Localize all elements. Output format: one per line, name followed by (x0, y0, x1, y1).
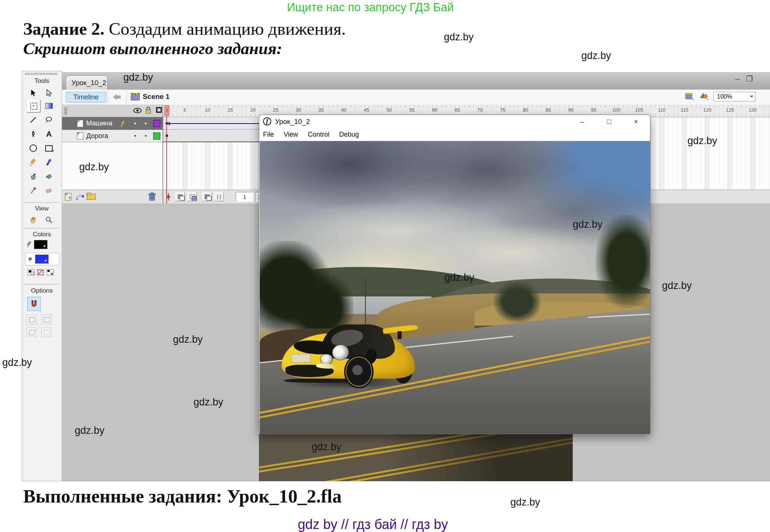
menu-item-file[interactable]: File (263, 131, 274, 139)
line-tool[interactable] (27, 114, 40, 126)
insert-layer-button[interactable]: + (65, 193, 71, 200)
popup-minimize-button[interactable]: – (575, 117, 590, 127)
eyedropper-tool[interactable] (27, 185, 40, 197)
document-tab[interactable]: Урок_10_2 (66, 75, 108, 90)
onion-skin-outlines-button[interactable] (187, 192, 197, 201)
insert-folder-icon[interactable] (87, 194, 96, 200)
movie-stage-photo (260, 141, 650, 434)
rectangle-tool[interactable] (43, 142, 55, 154)
editing-pencil-icon (120, 120, 126, 127)
layer-row-doroga[interactable]: Дорога • • (62, 130, 163, 142)
modify-onion-markers-button[interactable]: [·] (214, 192, 224, 201)
playhead-frame-cell[interactable]: 1 (164, 105, 169, 116)
flash-player-icon: f (263, 117, 271, 125)
ruler-number: 40 (341, 107, 346, 113)
ruler-number: 115 (681, 107, 689, 113)
scene-label: Scene 1 (143, 93, 170, 101)
layer-lock-dot[interactable]: • (145, 120, 147, 127)
brush-tool[interactable] (43, 156, 55, 168)
free-transform-tool[interactable] (27, 100, 40, 112)
promo-banner: Ищите нас по запросу ГДЗ Бай (287, 1, 454, 14)
selection-tool[interactable] (27, 87, 40, 99)
envelope-option-button[interactable] (41, 327, 52, 337)
default-colors-button[interactable] (28, 269, 35, 276)
minimize-button[interactable]: – (735, 75, 746, 83)
document-tab-label: Урок_10_2 (71, 79, 106, 87)
swap-colors-button[interactable] (47, 269, 54, 276)
text-tool[interactable]: A (43, 128, 55, 140)
color-mini-buttons (27, 269, 54, 277)
menu-item-control[interactable]: Control (308, 131, 330, 139)
popup-titlebar[interactable]: f Урок_10_2 – □ × (259, 115, 650, 128)
yellow-sports-car (282, 324, 415, 386)
magnifier-icon (45, 216, 53, 224)
back-arrow-icon[interactable] (110, 94, 121, 100)
zoom-level-dropdown[interactable]: 100% (714, 92, 755, 102)
scale-option-button[interactable] (41, 315, 52, 324)
ink-bottle-tool[interactable] (27, 171, 40, 183)
fill-transform-tool[interactable] (43, 100, 55, 112)
layers-empty-area[interactable] (62, 142, 163, 190)
restore-button[interactable]: ❐ (746, 75, 760, 83)
current-frame-box[interactable]: 1 (236, 192, 254, 202)
watermark: gdz.by (687, 135, 717, 147)
chevron-down-icon (750, 96, 754, 99)
add-motion-guide-icon[interactable] (75, 194, 84, 200)
zoom-level-value: 100% (717, 93, 732, 100)
ruler-number: 105 (635, 107, 643, 113)
watermark: gdz.by (445, 272, 474, 283)
text-tool-icon: A (46, 130, 52, 139)
timeline-toggle-button[interactable]: Timeline (66, 92, 106, 103)
hand-icon (30, 216, 37, 224)
layers-header (62, 105, 163, 117)
flash-window-titlebar[interactable]: Урок_10_2 –❐ (62, 72, 770, 90)
edit-multiple-frames-button[interactable] (202, 192, 212, 201)
onion-skin-button[interactable] (175, 192, 185, 201)
lasso-icon (45, 116, 53, 123)
layer-name: Дорога (86, 132, 108, 140)
menu-item-debug[interactable]: Debug (339, 131, 359, 139)
oval-tool[interactable] (27, 142, 40, 154)
edit-symbols-icon[interactable] (699, 93, 708, 100)
popup-maximize-button[interactable]: □ (602, 117, 616, 127)
paint-bucket-tool[interactable] (43, 171, 55, 183)
fill-color-row[interactable] (25, 253, 59, 265)
eraser-tool[interactable] (43, 185, 55, 197)
eyedropper-icon (30, 187, 37, 195)
fill-color-swatch[interactable] (35, 255, 49, 264)
delete-layer-trash-icon[interactable] (148, 192, 156, 202)
watermark: gdz.by (79, 161, 109, 173)
snap-to-objects-button[interactable] (27, 297, 41, 311)
pen-tool[interactable] (27, 128, 40, 140)
panel-gripper[interactable] (25, 73, 58, 75)
layer-outline-color-swatch[interactable] (153, 120, 160, 127)
menu-item-view[interactable]: View (284, 131, 298, 139)
ruler-number: 85 (545, 107, 551, 113)
stroke-color-row[interactable] (27, 240, 47, 249)
layer-lock-dot[interactable]: • (145, 132, 147, 140)
timeline-gripper[interactable] (64, 108, 67, 114)
outline-square-icon[interactable] (156, 107, 162, 113)
no-color-button[interactable] (37, 269, 44, 276)
layer-outline-color-swatch[interactable] (153, 133, 160, 140)
pencil-tool[interactable] (27, 156, 40, 168)
popup-close-button[interactable]: × (628, 117, 643, 127)
lasso-tool[interactable] (43, 114, 55, 126)
lock-icon[interactable] (145, 106, 152, 115)
view-section-label: View (22, 205, 62, 212)
subselection-tool[interactable] (43, 87, 55, 99)
playhead-line[interactable] (166, 116, 167, 203)
eye-icon[interactable] (133, 108, 142, 113)
layer-visible-dot[interactable]: • (134, 132, 136, 140)
rotate-option-button[interactable] (27, 315, 37, 324)
tools-panel: Tools A (22, 71, 62, 481)
edit-multiple-frames-icon (205, 195, 210, 199)
stroke-color-swatch[interactable] (34, 240, 47, 249)
layer-row-mashina[interactable]: Машина • • (62, 117, 163, 130)
layer-visible-dot[interactable]: • (134, 120, 136, 127)
ruler-number: 50 (387, 107, 392, 113)
hand-tool[interactable] (27, 214, 40, 226)
edit-scene-icon[interactable] (685, 93, 694, 100)
distort-option-button[interactable] (27, 327, 37, 337)
zoom-tool[interactable] (43, 214, 55, 226)
